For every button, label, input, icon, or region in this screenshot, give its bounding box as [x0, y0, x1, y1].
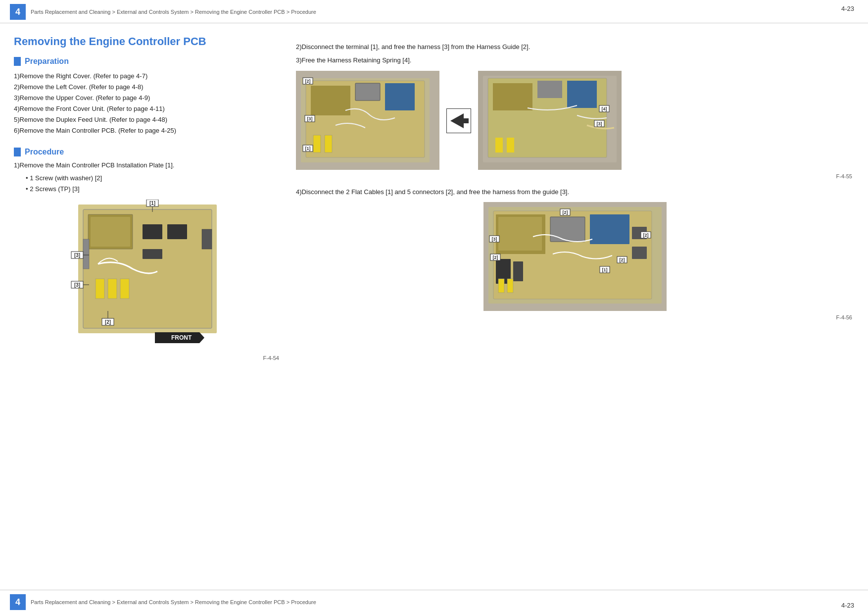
- page-number-top: 4-23: [841, 5, 854, 12]
- right-column: 2)Disconnect the terminal [1], and free …: [296, 33, 854, 361]
- page-title: Removing the Engine Controller PCB: [14, 35, 281, 48]
- svg-text:[2]: [2]: [563, 210, 568, 215]
- main-content: Removing the Engine Controller PCB Prepa…: [0, 23, 868, 361]
- f455-left-svg: [2] [3] [1]: [296, 71, 439, 170]
- figure-f455-caption: F-4-55: [296, 173, 852, 179]
- svg-rect-53: [495, 138, 503, 153]
- procedure-bullets: 1 Screw (with washer) [2] 2 Screws (TP) …: [14, 173, 281, 195]
- svg-rect-48: [567, 81, 597, 108]
- svg-text:[1]: [1]: [149, 201, 155, 206]
- step3-text: 3)Free the Harness Retaining Spring [4].: [296, 55, 854, 66]
- svg-text:[2]: [2]: [620, 257, 625, 262]
- svg-text:FRONT: FRONT: [171, 334, 192, 341]
- svg-text:[1]: [1]: [602, 267, 608, 272]
- prep-step-1: 1)Remove the Right Cover. (Refer to page…: [14, 71, 281, 82]
- svg-marker-26: [199, 332, 204, 343]
- procedure-heading: Procedure: [14, 148, 281, 156]
- footer: 4 Parts Replacement and Cleaning > Exter…: [0, 590, 868, 614]
- left-column: Removing the Engine Controller PCB Prepa…: [14, 33, 281, 361]
- figure-f455-container: [2] [3] [1]: [296, 71, 854, 179]
- prep-step-4: 4)Remove the Front Cover Unit. (Refer to…: [14, 103, 281, 114]
- svg-text:[1]: [1]: [305, 146, 311, 151]
- f455-right-svg: [4] [3]: [478, 71, 622, 170]
- svg-text:[3]: [3]: [307, 116, 313, 121]
- svg-rect-33: [313, 135, 321, 153]
- svg-rect-61: [513, 261, 523, 281]
- svg-rect-30: [311, 86, 350, 115]
- svg-rect-3: [91, 217, 130, 247]
- svg-text:[3]: [3]: [74, 282, 80, 288]
- figure-f454-container: [1] [2] [3] [3] FRONT F-4-54: [14, 200, 281, 361]
- footer-badge: 4: [10, 594, 26, 610]
- svg-text:[2]: [2]: [105, 319, 111, 325]
- svg-rect-46: [493, 83, 532, 110]
- svg-rect-31: [355, 83, 380, 101]
- svg-rect-62: [550, 217, 585, 242]
- breadcrumb: Parts Replacement and Cleaning > Externa…: [31, 9, 316, 15]
- bullet-2: 2 Screws (TP) [3]: [26, 184, 281, 195]
- svg-rect-9: [143, 249, 162, 259]
- svg-text:[3]: [3]: [74, 253, 80, 258]
- procedure-step1-intro: 1)Remove the Main Controller PCB Install…: [14, 161, 281, 169]
- blue-bar-preparation: [14, 57, 21, 66]
- figure-f456-caption: F-4-56: [296, 314, 852, 320]
- page-number-bottom: 4-23: [841, 602, 854, 609]
- svg-rect-32: [385, 83, 415, 110]
- svg-rect-34: [325, 135, 332, 153]
- svg-rect-63: [590, 214, 629, 244]
- svg-rect-6: [120, 279, 129, 299]
- svg-text:[2]: [2]: [493, 255, 498, 260]
- svg-rect-11: [202, 229, 212, 249]
- svg-text:[2]: [2]: [305, 79, 311, 84]
- bullet-1: 1 Screw (with washer) [2]: [26, 173, 281, 184]
- svg-text:[2]: [2]: [643, 233, 649, 238]
- svg-rect-59: [498, 217, 542, 251]
- step4-text: 4)Disconnect the 2 Flat Cables [1] and 5…: [296, 187, 854, 198]
- svg-rect-10: [83, 239, 89, 269]
- prep-step-3: 3)Remove the Upper Cover. (Refer to page…: [14, 93, 281, 103]
- svg-rect-7: [143, 224, 162, 239]
- f455-images-row: [2] [3] [1]: [296, 71, 854, 171]
- svg-rect-4: [96, 279, 104, 299]
- prep-step-2: 2)Remove the Left Cover. (Refer to page …: [14, 82, 281, 93]
- svg-rect-54: [507, 138, 514, 153]
- svg-rect-47: [537, 81, 562, 98]
- svg-rect-8: [167, 224, 187, 239]
- f455-right-image: [4] [3]: [478, 71, 622, 171]
- f455-left-image: [2] [3] [1]: [296, 71, 439, 171]
- prep-step-5: 5)Remove the Duplex Feed Unit. (Refer to…: [14, 114, 281, 125]
- footer-breadcrumb: Parts Replacement and Cleaning > Externa…: [31, 599, 316, 605]
- blue-bar-procedure: [14, 148, 21, 156]
- preparation-list: 1)Remove the Right Cover. (Refer to page…: [14, 71, 281, 137]
- arrow-svg: [446, 108, 471, 133]
- svg-rect-66: [498, 279, 504, 293]
- svg-text:[4]: [4]: [602, 106, 607, 111]
- figure-f454-svg: [1] [2] [3] [3] FRONT: [68, 200, 227, 353]
- step2-text: 2)Disconnect the terminal [1], and free …: [296, 42, 854, 52]
- figure-f454-caption: F-4-54: [14, 355, 279, 361]
- arrow-between: [446, 108, 471, 133]
- svg-text:[3]: [3]: [492, 237, 497, 242]
- header: 4 Parts Replacement and Cleaning > Exter…: [0, 0, 868, 23]
- svg-rect-67: [507, 279, 513, 293]
- header-badge: 4: [10, 4, 26, 20]
- svg-rect-5: [108, 279, 117, 299]
- figure-f456-container: [2] [3] [2] [1] [2] [2] F-4-56: [296, 202, 854, 320]
- svg-text:[3]: [3]: [597, 121, 602, 126]
- figure-f456-svg: [2] [3] [2] [1] [2] [2]: [483, 202, 667, 311]
- preparation-heading: Preparation: [14, 57, 281, 66]
- prep-step-6: 6)Remove the Main Controller PCB. (Refer…: [14, 125, 281, 136]
- svg-rect-65: [632, 247, 647, 259]
